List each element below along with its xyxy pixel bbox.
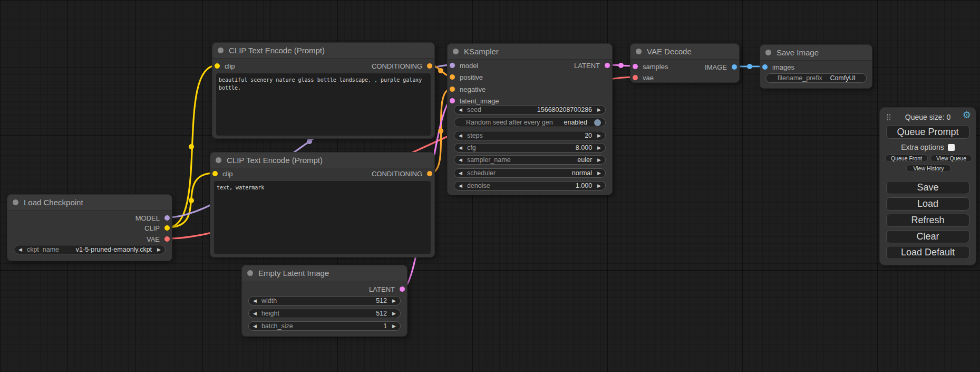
vae-output-port[interactable] <box>164 236 170 242</box>
batch-size-widget[interactable]: ◀ batch_size 1 ▶ <box>248 321 401 331</box>
collapse-dot-icon[interactable] <box>218 47 224 53</box>
latent-image-input-port[interactable] <box>450 98 455 103</box>
link-dot <box>189 144 194 149</box>
queue-prompt-button[interactable]: Queue Prompt <box>886 125 969 139</box>
port-row: clip <box>215 61 235 71</box>
port-row: CONDITIONING <box>372 169 432 178</box>
conditioning-output-port[interactable] <box>427 63 432 69</box>
widget-label: scheduler <box>467 169 496 177</box>
sampler-name-widget[interactable]: ◀ sampler_name euler ▶ <box>454 155 606 165</box>
widget-label: seed <box>467 106 481 113</box>
widget-value: enabled <box>553 119 587 126</box>
save-button[interactable]: Save <box>886 181 969 194</box>
node-header[interactable]: Empty Latent Image <box>242 265 407 281</box>
model-input-port[interactable] <box>450 63 455 68</box>
prompt-textarea[interactable]: beautiful scenery nature glass bottle la… <box>216 73 431 136</box>
comfyui-canvas[interactable]: { "icons": { "left_arrow": "◀", "right_a… <box>0 0 980 372</box>
view-queue-button[interactable]: View Queue <box>930 155 972 162</box>
decrement-icon[interactable]: ◀ <box>459 133 462 138</box>
decrement-icon[interactable]: ◀ <box>459 158 462 163</box>
increment-icon[interactable]: ▶ <box>597 146 601 150</box>
collapse-dot-icon[interactable] <box>765 50 771 55</box>
decrement-icon[interactable]: ◀ <box>253 324 257 329</box>
decrement-icon[interactable]: ◀ <box>459 184 462 188</box>
extra-options-checkbox[interactable] <box>948 144 955 151</box>
widget-value: 8.000 <box>476 144 592 151</box>
denoise-widget[interactable]: ◀ denoise 1.000 ▶ <box>454 181 606 190</box>
samples-input-port[interactable] <box>633 64 638 69</box>
increment-icon[interactable]: ▶ <box>597 184 601 188</box>
collapse-dot-icon[interactable] <box>247 270 253 276</box>
toggle-knob[interactable] <box>594 119 601 126</box>
decrement-icon[interactable]: ◀ <box>459 108 462 112</box>
filename-prefix-widget[interactable]: filename_prefix ComfyUI <box>765 73 867 83</box>
decrement-icon[interactable]: ◀ <box>459 146 462 150</box>
widget-label: sampler_name <box>467 156 511 164</box>
view-history-button[interactable]: View History <box>906 165 951 172</box>
collapse-dot-icon[interactable] <box>13 199 18 205</box>
negative-input-port[interactable] <box>450 87 455 92</box>
positive-input-port[interactable] <box>450 74 455 80</box>
conditioning-output-port[interactable] <box>427 171 432 176</box>
clip-output-port[interactable] <box>164 225 170 231</box>
port-row: CLIP <box>144 223 170 233</box>
node-header[interactable]: Save Image <box>760 45 872 61</box>
queue-front-button[interactable]: Queue Front <box>885 155 928 162</box>
link-dot <box>747 64 752 69</box>
node-header[interactable]: Load Checkpoint <box>7 195 172 211</box>
image-output-port[interactable] <box>732 64 737 70</box>
decrement-icon[interactable]: ◀ <box>253 311 257 316</box>
images-input-port[interactable] <box>762 64 768 70</box>
increment-icon[interactable]: ▶ <box>597 158 601 163</box>
refresh-button[interactable]: Refresh <box>886 214 969 227</box>
decrement-icon[interactable]: ◀ <box>253 299 257 303</box>
node-title: CLIP Text Encode (Prompt) <box>227 156 323 165</box>
clip-input-port[interactable] <box>215 63 220 69</box>
widget-label: height <box>261 310 279 317</box>
load-default-button[interactable]: Load Default <box>886 246 969 259</box>
port-row: IMAGE <box>705 62 737 72</box>
collapse-dot-icon[interactable] <box>636 49 642 54</box>
collapse-dot-icon[interactable] <box>453 49 459 54</box>
model-output-port[interactable] <box>164 215 170 221</box>
node-title: VAE Decode <box>647 47 692 56</box>
width-widget[interactable]: ◀ width 512 ▶ <box>248 296 401 306</box>
vae-input-port[interactable] <box>633 75 638 80</box>
node-header[interactable]: CLIP Text Encode (Prompt) <box>210 152 434 168</box>
prompt-textarea[interactable]: text, watermark <box>214 181 431 254</box>
height-widget[interactable]: ◀ height 512 ▶ <box>248 309 401 318</box>
node-title: Empty Latent Image <box>258 269 329 278</box>
decrement-icon[interactable]: ◀ <box>18 247 22 252</box>
increment-icon[interactable]: ▶ <box>392 299 396 303</box>
increment-icon[interactable]: ▶ <box>597 171 601 176</box>
cfg-widget[interactable]: ◀ cfg 8.000 ▶ <box>454 143 606 152</box>
seed-widget[interactable]: ◀ seed 156680208700286 ▶ <box>454 105 606 115</box>
port-row: LATENT <box>369 284 405 294</box>
link-dot <box>438 68 443 73</box>
gear-icon[interactable]: ⚙ <box>963 110 971 120</box>
clear-button[interactable]: Clear <box>886 230 969 243</box>
load-button[interactable]: Load <box>886 197 969 211</box>
node-save-image: Save Image images filename_prefix ComfyU… <box>760 44 872 89</box>
increment-icon[interactable]: ▶ <box>392 324 396 329</box>
ckpt-name-widget[interactable]: ◀ ckpt_name v1-5-pruned-emaonly.ckpt ▶ <box>14 245 166 254</box>
increment-icon[interactable]: ▶ <box>157 247 161 252</box>
collapse-dot-icon[interactable] <box>216 157 221 163</box>
random-seed-toggle-widget[interactable]: Random seed after every gen enabled <box>454 118 606 127</box>
steps-widget[interactable]: ◀ steps 20 ▶ <box>454 131 606 140</box>
extra-options-label: Extra options <box>901 143 944 151</box>
increment-icon[interactable]: ▶ <box>597 133 601 138</box>
node-header[interactable]: VAE Decode <box>630 44 739 60</box>
widget-label: denoise <box>467 182 490 189</box>
increment-icon[interactable]: ▶ <box>392 311 396 316</box>
node-header[interactable]: CLIP Text Encode (Prompt) <box>212 43 434 59</box>
widget-value: euler <box>511 156 592 164</box>
node-header[interactable]: KSampler <box>448 44 612 60</box>
latent-output-port[interactable] <box>605 63 610 68</box>
clip-input-port[interactable] <box>212 171 218 176</box>
decrement-icon[interactable]: ◀ <box>459 171 462 176</box>
scheduler-widget[interactable]: ◀ scheduler normal ▶ <box>454 168 606 178</box>
latent-output-port[interactable] <box>400 287 405 292</box>
widget-value: 512 <box>277 297 387 304</box>
increment-icon[interactable]: ▶ <box>597 108 601 112</box>
